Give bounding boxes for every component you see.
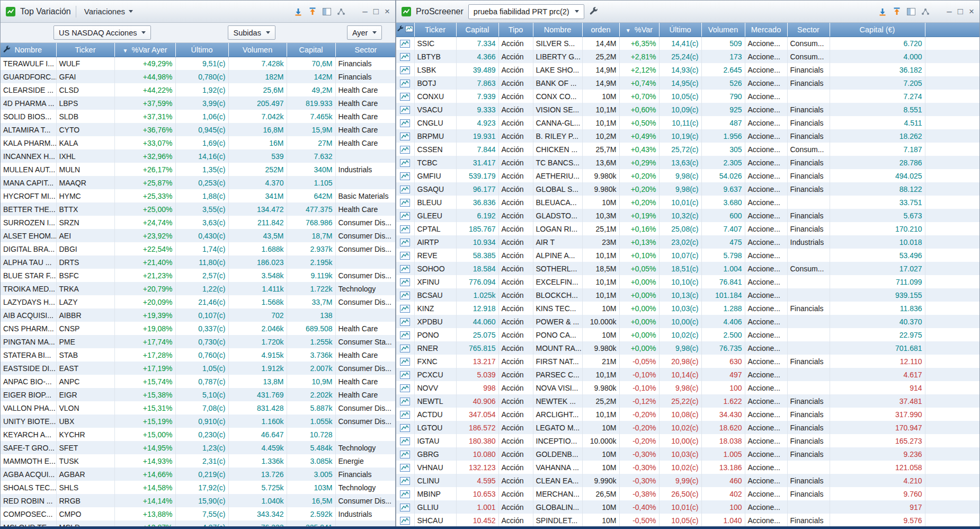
table-row[interactable]: CPTAL185.767AcciónLOGAN RI...25,1M+0,16%…: [396, 222, 979, 235]
cell-chart[interactable]: [396, 37, 414, 50]
table-row[interactable]: ALTAMIRA T...CYTO+36,76%0,945(c)16,8M15,…: [1, 123, 395, 136]
table-row[interactable]: BOTJ7.863AcciónBANK OF ...14,9M+0,74%14,…: [396, 76, 979, 90]
table-row[interactable]: AIB ACQUISI...AIBBR+19,39%0,107(c)702138: [1, 308, 395, 322]
column-header-ultimo[interactable]: Último: [175, 43, 228, 57]
chart-icon[interactable]: [400, 171, 410, 180]
table-row[interactable]: GSAQU96.177AcciónGLOBAL S...9.980k+0,20%…: [396, 182, 979, 196]
table-row[interactable]: GLLIU1.001AcciónGLOBALIN...10M-0,40%10,0…: [396, 500, 979, 514]
chart-icon[interactable]: [400, 277, 410, 286]
cell-chart[interactable]: [396, 129, 414, 143]
table-row[interactable]: XFINU776.094AcciónEXCELFIN...10,1M+0,00%…: [396, 275, 979, 288]
variaciones-menu-button[interactable]: Variaciones: [81, 5, 136, 18]
table-row[interactable]: 4D PHARMA ...LBPS+37,59%3,99(c)205.49781…: [1, 96, 395, 110]
chart-icon[interactable]: [400, 52, 410, 60]
chart-icon[interactable]: [400, 290, 410, 299]
cell-chart[interactable]: [396, 249, 414, 262]
chart-icon[interactable]: [400, 383, 410, 392]
table-row[interactable]: ALSET EHOM...AEI+23,92%0,430(c)43,5M18,7…: [1, 229, 395, 242]
cell-chart[interactable]: [396, 355, 414, 368]
chart-icon[interactable]: [400, 224, 410, 233]
column-header-ultimo[interactable]: Último: [659, 23, 701, 37]
cell-chart[interactable]: [396, 328, 414, 341]
cell-chart[interactable]: [396, 341, 414, 355]
chart-icon[interactable]: [400, 330, 410, 339]
column-header-mercado[interactable]: Mercado: [745, 23, 787, 37]
wrench-icon[interactable]: [397, 25, 404, 34]
cell-chart[interactable]: [396, 421, 414, 434]
cell-chart[interactable]: [396, 169, 414, 182]
close-button[interactable]: ×: [969, 7, 974, 16]
chart-icon[interactable]: [400, 211, 410, 219]
column-header-nombre[interactable]: Nombre: [1, 43, 56, 57]
chart-icon[interactable]: [400, 502, 410, 511]
table-row[interactable]: CNS PHARM...CNSP+19,08%0,337(c)2.046k689…: [1, 322, 395, 335]
chart-icon[interactable]: [400, 423, 410, 431]
table-row[interactable]: GBRG10.080AcciónGOLDENB...10M-0,30%10,03…: [396, 447, 979, 461]
maximize-button[interactable]: □: [958, 7, 963, 16]
upload-list-icon[interactable]: [893, 7, 901, 16]
column-header-var-ayer[interactable]: ▼ %Var Ayer: [114, 43, 175, 57]
chart-icon[interactable]: [400, 251, 410, 259]
table-row[interactable]: RED ROBIN ...RRGB+14,14%15,90(c)1.040k16…: [1, 494, 395, 507]
table-row[interactable]: BETTER THE...BTTX+25,00%3,55(c)134.47247…: [1, 202, 395, 216]
column-header-capital[interactable]: Capital: [456, 23, 498, 37]
chart-icon[interactable]: [405, 25, 413, 34]
table-row[interactable]: AGBA ACQUI...AGBAR+14,66%0,219(c)13.7263…: [1, 468, 395, 481]
chart-icon[interactable]: [400, 237, 410, 246]
table-row[interactable]: ALPHA TAU ...DRTS+21,40%11,80(c)186.0232…: [1, 255, 395, 269]
column-header-ticker[interactable]: Ticker: [56, 43, 114, 57]
link-windows-icon[interactable]: [921, 8, 930, 15]
chart-icon[interactable]: [400, 131, 410, 140]
close-button[interactable]: ×: [385, 7, 390, 16]
minimize-button[interactable]: –: [362, 7, 367, 16]
chart-icon[interactable]: [400, 65, 410, 74]
table-row[interactable]: SAFE-T GRO...SFET+14,95%1,23(c)4.459k5.4…: [1, 441, 395, 454]
table-row[interactable]: KINZ12.918AcciónKINS TEC...10M+0,00%10,0…: [396, 302, 979, 315]
table-row[interactable]: XPDBU44.060AcciónPOWER & ...10.000k+0,00…: [396, 315, 979, 328]
cell-chart[interactable]: [396, 222, 414, 235]
chart-icon[interactable]: [400, 436, 410, 445]
cell-chart[interactable]: [396, 235, 414, 249]
table-row[interactable]: EIGER BIOP...EIGR+15,38%5,10(c)431.7692.…: [1, 388, 395, 401]
chart-icon[interactable]: [400, 449, 410, 458]
chart-icon[interactable]: [400, 145, 410, 153]
table-row[interactable]: BLEUU36.836AcciónBLEUACA...10M+0,20%10,0…: [396, 196, 979, 209]
chart-icon[interactable]: [400, 476, 410, 484]
upload-list-icon[interactable]: [308, 7, 317, 16]
table-row[interactable]: SSIC7.334AcciónSILVER S...14,4M+6,35%14,…: [396, 37, 979, 50]
cell-chart[interactable]: [396, 262, 414, 275]
table-row[interactable]: RNER765.815AcciónMOUNT RA...9.980k+0,00%…: [396, 341, 979, 355]
table-row[interactable]: CLEARSIDE ...CLSD+44,22%1,92(c)25,6M49,2…: [1, 83, 395, 96]
chart-icon[interactable]: [400, 92, 410, 100]
table-row[interactable]: SHCAU10.452AcciónSPINDLET...10M-0,50%10,…: [396, 514, 979, 527]
cell-chart[interactable]: [396, 103, 414, 116]
period-select[interactable]: Ayer: [347, 25, 382, 40]
link-windows-icon[interactable]: [337, 8, 345, 15]
cell-chart[interactable]: [396, 447, 414, 461]
table-row[interactable]: VALLON PHA...VLON+15,31%7,08(c)831.4285.…: [1, 401, 395, 415]
market-select[interactable]: US NASDAQ Acciones: [54, 25, 151, 40]
table-row[interactable]: LGTOU186.572AcciónLEGATO M...10M-0,20%10…: [396, 421, 979, 434]
table-row[interactable]: ACTDU347.054AcciónARCLIGHT...10,1M-0,20%…: [396, 408, 979, 421]
chart-icon[interactable]: [400, 184, 410, 193]
table-row[interactable]: CLINU4.595AcciónCLEAN EA...9.990k-0,30%9…: [396, 474, 979, 487]
cell-chart[interactable]: [396, 394, 414, 408]
chart-icon[interactable]: [400, 343, 410, 352]
table-row[interactable]: LBTYB4.366AcciónLIBERTY G...25,2M+2,81%2…: [396, 50, 979, 63]
cell-chart[interactable]: [396, 434, 414, 447]
cell-chart[interactable]: [396, 514, 414, 527]
table-row[interactable]: NOVV998AcciónNOVA VISI...9.980k-0,10%9,9…: [396, 381, 979, 394]
table-row[interactable]: REVE58.385AcciónALPINE A...10,1M+0,10%10…: [396, 249, 979, 262]
table-row[interactable]: PONO25.075AcciónPONO CA...10M+0,00%10,02…: [396, 328, 979, 341]
table-row[interactable]: PINGTAN MA...PME+17,74%0,730(c)1.720k1.2…: [1, 335, 395, 348]
cell-chart[interactable]: [396, 302, 414, 315]
chart-icon[interactable]: [400, 158, 410, 166]
screener-select[interactable]: prueba fiabilidad PRT prc(2): [468, 4, 584, 19]
cell-chart[interactable]: [396, 196, 414, 209]
chart-icon[interactable]: [400, 317, 410, 325]
table-row[interactable]: MBINP10.653AcciónMERCHAN...26,5M-0,38%26…: [396, 487, 979, 500]
table-row[interactable]: EASTSIDE DI...EAST+17,19%1,05(c)1.912k2.…: [1, 362, 395, 375]
table-row[interactable]: MANA CAPIT...MAAQR+25,87%0,253(c)4.3701.…: [1, 176, 395, 189]
table-row[interactable]: GUARDFORC...GFAI+44,98%0,780(c)182M142MF…: [1, 70, 395, 83]
column-header-nombre[interactable]: Nombre: [533, 23, 582, 37]
